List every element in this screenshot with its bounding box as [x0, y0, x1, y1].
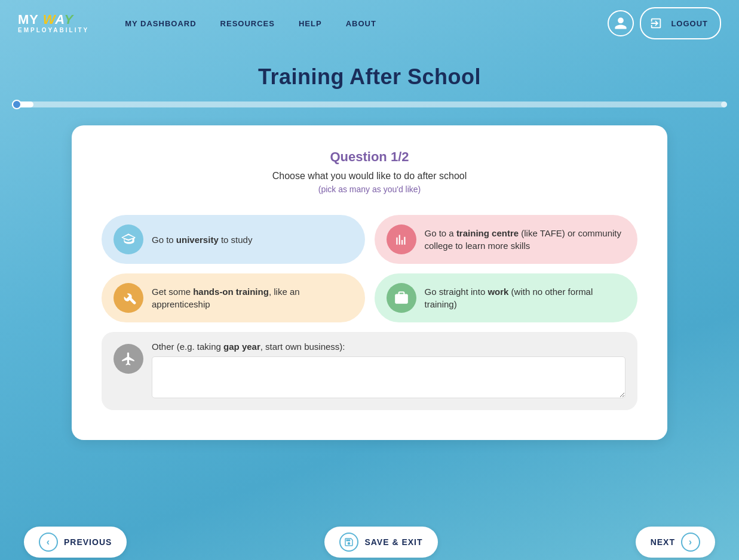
logout-button[interactable]: LOGOUT — [640, 7, 721, 39]
nav-help[interactable]: HELP — [299, 19, 322, 28]
logo-text: MY WAY — [18, 13, 73, 26]
option-work[interactable]: Go straight into work (with no other for… — [375, 273, 638, 322]
logo-way-w: W — [43, 12, 56, 27]
next-label: NEXT — [651, 537, 675, 547]
logout-icon-circle — [646, 13, 666, 33]
work-icon-circle — [387, 283, 416, 313]
progress-bar-container — [12, 101, 727, 107]
logo: MY WAY EMPLOYABILITY — [18, 13, 89, 33]
airplane-icon — [121, 351, 136, 367]
next-icon: › — [681, 533, 700, 552]
save-icon — [344, 537, 354, 547]
options-grid: Go to university to study Go to a traini… — [102, 215, 637, 322]
university-icon-circle — [114, 224, 143, 254]
header: MY WAY EMPLOYABILITY MY DASHBOARD RESOUR… — [0, 0, 739, 47]
question-label: Question 1/2 — [102, 149, 637, 165]
save-exit-label: SAVE & EXIT — [364, 537, 422, 547]
previous-icon: ‹ — [39, 533, 58, 552]
option-hands-on-text: Get some hands-on training, like an appr… — [152, 285, 353, 310]
header-right: LOGOUT — [608, 7, 721, 39]
other-icon-circle — [114, 344, 143, 374]
logo-way-y: Y — [65, 12, 74, 27]
logo-sub: EMPLOYABILITY — [18, 27, 89, 33]
logout-icon — [649, 17, 663, 30]
wrench-icon — [121, 290, 136, 306]
other-option[interactable]: Other (e.g. taking gap year, start own b… — [102, 332, 637, 410]
option-work-text: Go straight into work (with no other for… — [425, 285, 626, 310]
question-card: Question 1/2 Choose what you would like … — [72, 125, 667, 440]
hands-on-icon-circle — [114, 283, 143, 313]
logo-way-a: A — [55, 12, 64, 27]
profile-button[interactable] — [608, 10, 634, 36]
save-icon-circle — [339, 533, 358, 552]
option-university[interactable]: Go to university to study — [102, 215, 365, 264]
main-nav: MY DASHBOARD RESOURCES HELP ABOUT — [125, 19, 608, 28]
question-hint: (pick as many as you'd like) — [102, 184, 637, 194]
user-icon — [614, 16, 628, 30]
save-exit-button[interactable]: SAVE & EXIT — [324, 527, 437, 558]
page-title-section: Training After School — [0, 47, 739, 101]
other-textarea[interactable] — [152, 356, 625, 398]
previous-button[interactable]: ‹ PREVIOUS — [24, 527, 127, 558]
next-button[interactable]: NEXT › — [636, 527, 715, 558]
bar-chart-icon — [394, 232, 409, 247]
option-training-centre-text: Go to a training centre (like TAFE) or c… — [425, 227, 626, 252]
other-content: Other (e.g. taking gap year, start own b… — [152, 341, 625, 401]
question-instruction: Choose what you would like to do after s… — [102, 171, 637, 181]
option-hands-on[interactable]: Get some hands-on training, like an appr… — [102, 273, 365, 322]
option-training-centre[interactable]: Go to a training centre (like TAFE) or c… — [375, 215, 638, 264]
option-university-text: Go to university to study — [152, 233, 252, 246]
graduation-cap-icon — [121, 232, 136, 247]
nav-about[interactable]: ABOUT — [346, 19, 376, 28]
progress-dot-start — [12, 100, 22, 109]
briefcase-icon — [394, 290, 409, 306]
previous-label: PREVIOUS — [64, 537, 112, 547]
nav-resources[interactable]: RESOURCES — [220, 19, 275, 28]
footer-nav: ‹ PREVIOUS SAVE & EXIT NEXT › — [0, 524, 739, 560]
progress-dot-end — [721, 101, 727, 107]
other-label: Other (e.g. taking gap year, start own b… — [152, 341, 625, 352]
logo-my: MY — [18, 12, 39, 27]
page-title: Training After School — [12, 64, 727, 90]
training-centre-icon-circle — [387, 224, 416, 254]
logout-label: LOGOUT — [671, 19, 708, 28]
nav-dashboard[interactable]: MY DASHBOARD — [125, 19, 196, 28]
